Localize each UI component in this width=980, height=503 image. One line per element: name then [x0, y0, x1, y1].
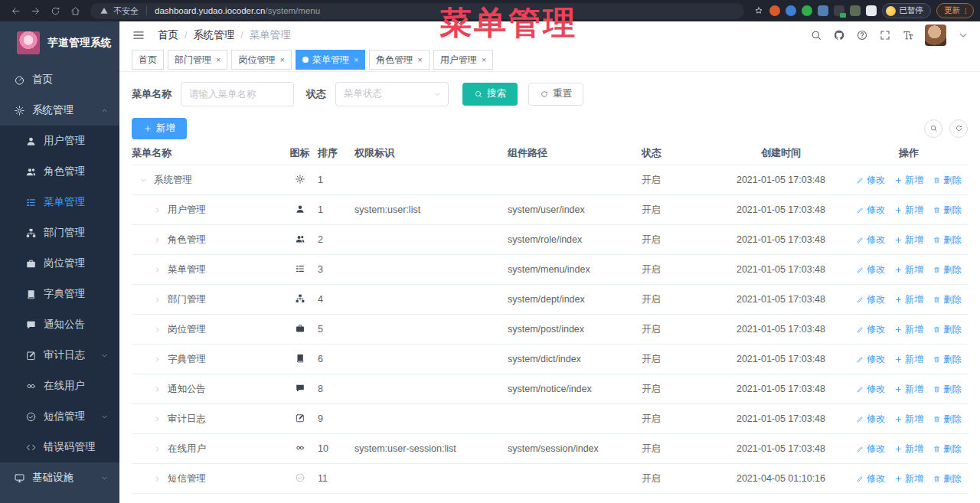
extension-translate-icon[interactable]: [818, 5, 828, 16]
reset-button[interactable]: 重置: [528, 83, 583, 106]
action-delete-link[interactable]: 删除: [933, 293, 962, 306]
expand-row-icon[interactable]: [153, 206, 162, 214]
user-avatar[interactable]: [925, 24, 946, 46]
not-secure-warning-icon[interactable]: [100, 6, 109, 15]
paused-profile-chip[interactable]: 已暂停: [882, 3, 932, 18]
action-delete-link[interactable]: 删除: [933, 204, 962, 217]
breadcrumb-item[interactable]: 首页: [158, 28, 178, 42]
action-delete-link[interactable]: 删除: [933, 263, 962, 276]
sidebar-item-system[interactable]: 系统管理: [0, 95, 119, 126]
action-delete-link[interactable]: 删除: [933, 353, 962, 366]
extension-gray-icon[interactable]: [850, 5, 861, 16]
expand-row-icon[interactable]: [153, 445, 162, 453]
sidebar-item-notice[interactable]: 通知公告: [0, 309, 119, 340]
action-edit-link[interactable]: 修改: [856, 353, 885, 366]
action-add-link[interactable]: 新增: [894, 204, 923, 217]
url-text[interactable]: dashboard.yudao.iocoder.cn/system/menu: [155, 6, 320, 15]
not-secure-label[interactable]: 不安全: [113, 5, 139, 17]
expand-row-icon[interactable]: [153, 475, 162, 483]
tab-role[interactable]: 角色管理×: [369, 50, 429, 70]
action-add-link[interactable]: 新增: [894, 234, 923, 247]
extension-orange-icon[interactable]: [769, 5, 780, 16]
action-delete-link[interactable]: 删除: [933, 234, 962, 247]
fullscreen-icon[interactable]: [879, 29, 891, 41]
sidebar-item-online-user[interactable]: 在线用户: [0, 371, 119, 401]
action-add-link[interactable]: 新增: [894, 174, 923, 187]
sidebar-item-error-code[interactable]: 错误码管理: [0, 432, 119, 462]
sidebar-item-dept[interactable]: 部门管理: [0, 217, 119, 248]
action-edit-link[interactable]: 修改: [856, 204, 885, 217]
tab-close-icon[interactable]: ×: [216, 55, 220, 64]
action-delete-link[interactable]: 删除: [933, 383, 962, 396]
extension-blue-gem-icon[interactable]: [786, 5, 796, 16]
sidebar-logo-row[interactable]: 芋道管理系统: [0, 21, 119, 64]
action-delete-link[interactable]: 删除: [933, 472, 962, 485]
bookmark-star-icon[interactable]: [753, 5, 764, 16]
action-add-link[interactable]: 新增: [894, 472, 923, 485]
action-add-link[interactable]: 新增: [894, 353, 923, 366]
refresh-table-icon[interactable]: [949, 119, 968, 138]
action-add-link[interactable]: 新增: [894, 293, 923, 306]
action-add-link[interactable]: 新增: [894, 383, 923, 396]
tab-dept[interactable]: 部门管理×: [168, 50, 227, 70]
action-edit-link[interactable]: 修改: [856, 472, 885, 485]
sidebar-item-menu[interactable]: 菜单管理: [0, 187, 119, 217]
action-delete-link[interactable]: 删除: [933, 323, 962, 336]
action-add-link[interactable]: 新增: [894, 443, 923, 456]
tab-close-icon[interactable]: ×: [354, 55, 358, 64]
extension-green-check-icon[interactable]: [802, 5, 812, 16]
sidebar-item-infra[interactable]: 基础设施: [0, 462, 119, 493]
status-select[interactable]: 菜单状态: [335, 82, 449, 106]
address-bar[interactable]: 不安全 dashboard.yudao.iocoder.cn/system/me…: [90, 3, 744, 19]
action-edit-link[interactable]: 修改: [856, 443, 885, 456]
action-edit-link[interactable]: 修改: [856, 323, 885, 336]
tab-close-icon[interactable]: ×: [482, 55, 486, 64]
action-edit-link[interactable]: 修改: [856, 174, 885, 187]
browser-forward-icon[interactable]: [26, 2, 44, 19]
browser-reload-icon[interactable]: [46, 2, 64, 19]
action-edit-link[interactable]: 修改: [856, 234, 885, 247]
action-edit-link[interactable]: 修改: [856, 293, 885, 306]
action-edit-link[interactable]: 修改: [856, 263, 885, 276]
browser-home-icon[interactable]: [66, 2, 84, 19]
menu-name-input[interactable]: [181, 82, 294, 106]
tab-menu[interactable]: 菜单管理×: [296, 50, 365, 70]
expand-row-icon[interactable]: [153, 325, 162, 334]
search-icon[interactable]: [810, 29, 822, 41]
tab-home[interactable]: 首页: [132, 50, 164, 70]
extension-puzzle-icon[interactable]: [866, 5, 877, 16]
collapse-row-icon[interactable]: [139, 176, 148, 185]
sidebar-item-post[interactable]: 岗位管理: [0, 248, 119, 279]
toggle-search-icon[interactable]: [924, 119, 942, 138]
tab-close-icon[interactable]: ×: [279, 55, 284, 64]
expand-row-icon[interactable]: [153, 355, 162, 364]
breadcrumb-item[interactable]: 系统管理: [193, 28, 234, 42]
browser-menu-dots-icon[interactable]: [962, 7, 970, 15]
action-add-link[interactable]: 新增: [894, 323, 923, 336]
action-add-link[interactable]: 新增: [894, 263, 923, 276]
sidebar-item-dict[interactable]: 字典管理: [0, 279, 119, 309]
sidebar-item-audit-log[interactable]: 审计日志: [0, 340, 119, 371]
tab-close-icon[interactable]: ×: [417, 55, 422, 64]
action-edit-link[interactable]: 修改: [856, 383, 885, 396]
tab-user[interactable]: 用户管理×: [433, 50, 493, 70]
expand-row-icon[interactable]: [153, 415, 162, 423]
expand-row-icon[interactable]: [153, 385, 162, 394]
expand-row-icon[interactable]: [153, 266, 162, 274]
action-delete-link[interactable]: 删除: [933, 174, 962, 187]
chrome-update-button[interactable]: 更新: [936, 3, 974, 18]
sidebar-item-user[interactable]: 用户管理: [0, 126, 119, 156]
expand-row-icon[interactable]: [153, 296, 162, 304]
avatar-caret-down-icon[interactable]: [957, 29, 969, 41]
tab-post[interactable]: 岗位管理×: [231, 50, 291, 70]
search-button[interactable]: 搜索: [462, 83, 518, 106]
font-size-icon[interactable]: [902, 29, 914, 41]
github-icon[interactable]: [833, 29, 845, 41]
extension-dark-badged-icon[interactable]: [834, 5, 844, 16]
sidebar-collapse-icon[interactable]: [132, 28, 145, 42]
add-button[interactable]: 新增: [132, 118, 187, 139]
help-icon[interactable]: [856, 29, 868, 41]
sidebar-item-home[interactable]: 首页: [0, 64, 119, 95]
action-delete-link[interactable]: 删除: [933, 413, 962, 426]
action-edit-link[interactable]: 修改: [856, 413, 885, 426]
